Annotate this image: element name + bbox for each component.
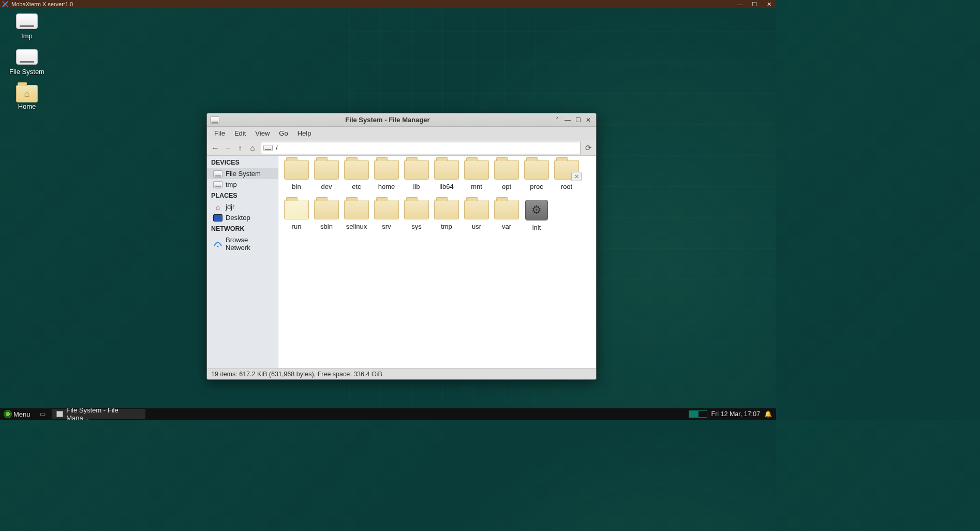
disk-icon xyxy=(213,170,222,178)
status-bar: 19 items: 617.2 KiB (631,968 bytes), Fre… xyxy=(207,368,596,379)
file-item-label: sbin xyxy=(320,223,333,230)
file-item-srv[interactable]: srv xyxy=(372,200,402,231)
file-item-proc[interactable]: proc xyxy=(522,160,552,190)
folder-icon xyxy=(554,160,579,180)
file-item-selinux[interactable]: selinux xyxy=(341,200,372,231)
start-menu-button[interactable]: Menu xyxy=(0,410,35,418)
file-item-etc[interactable]: etc xyxy=(341,160,372,190)
menu-file[interactable]: File xyxy=(210,128,229,138)
show-desktop-button[interactable]: ▭ xyxy=(37,410,49,418)
location-bar[interactable]: / xyxy=(261,142,581,154)
refresh-button[interactable]: ⟳ xyxy=(583,143,594,153)
sidebar-item-label: File System xyxy=(226,170,261,178)
xbar-close-button[interactable]: ✕ xyxy=(762,1,776,8)
nav-forward-button[interactable]: → xyxy=(221,142,234,154)
status-text: 19 items: 617.2 KiB (631,968 bytes), Fre… xyxy=(211,371,382,378)
file-item-sbin[interactable]: sbin xyxy=(311,200,341,231)
file-item-tmp[interactable]: tmp xyxy=(432,200,462,231)
sidebar-item-desktop[interactable]: Desktop xyxy=(207,212,278,223)
sidebar-item-label: Browse Network xyxy=(226,236,274,252)
sidebar-header-network: NETWORK xyxy=(207,223,278,234)
disk-icon xyxy=(263,145,273,151)
file-item-label: selinux xyxy=(346,223,367,230)
menu-edit[interactable]: Edit xyxy=(230,128,250,138)
file-item-usr[interactable]: usr xyxy=(462,200,492,231)
window-shade-button[interactable]: ˄ xyxy=(553,116,562,124)
window-maximize-button[interactable]: ☐ xyxy=(573,116,583,124)
folder-icon xyxy=(284,160,309,180)
file-item-var[interactable]: var xyxy=(492,200,522,231)
window-minimize-button[interactable]: — xyxy=(563,116,572,124)
desktop-icon-label: tmp xyxy=(21,32,33,40)
folder-icon xyxy=(494,200,519,219)
desktop-icon-home[interactable]: Home xyxy=(6,85,48,110)
xbar-minimize-button[interactable]: — xyxy=(733,1,747,7)
menu-help[interactable]: Help xyxy=(293,128,316,138)
file-item-label: sys xyxy=(411,223,422,230)
folder-icon xyxy=(404,200,429,219)
menu-go[interactable]: Go xyxy=(275,128,292,138)
file-manager-icon xyxy=(56,411,64,417)
folder-icon xyxy=(434,200,459,219)
file-item-label: lib xyxy=(413,183,420,190)
folder-icon xyxy=(464,160,489,180)
disk-icon xyxy=(16,13,38,29)
folder-icon xyxy=(284,200,309,219)
file-item-mnt[interactable]: mnt xyxy=(462,160,492,190)
sidebar-item-browse-network[interactable]: Browse Network xyxy=(207,234,278,253)
nav-up-button[interactable]: ↑ xyxy=(234,142,246,154)
window-titlebar[interactable]: File System - File Manager ˄ — ☐ ✕ xyxy=(207,113,596,127)
workspace-switcher[interactable] xyxy=(689,410,707,418)
disk-icon xyxy=(210,116,219,124)
folder-icon xyxy=(374,160,399,180)
sidebar-header-devices: DEVICES xyxy=(207,157,278,168)
desktop-icon-file-system[interactable]: File System xyxy=(6,49,48,76)
gear-icon: ⚙ xyxy=(525,200,548,220)
nav-back-button[interactable]: ← xyxy=(209,142,221,154)
desktop-icon-tmp[interactable]: tmp xyxy=(6,13,48,40)
file-item-root[interactable]: root xyxy=(552,160,582,190)
system-tray: Fri 12 Mar, 17:07 🔔 xyxy=(689,410,777,418)
file-item-opt[interactable]: opt xyxy=(492,160,522,190)
sidebar-item-label: jdjr xyxy=(226,203,234,211)
file-item-label: usr xyxy=(472,223,481,230)
home-folder-icon xyxy=(16,85,38,102)
toolbar: ← → ↑ ⌂ / ⟳ xyxy=(207,140,596,156)
file-item-bin[interactable]: bin xyxy=(281,160,311,190)
file-item-init[interactable]: ⚙init xyxy=(522,200,552,231)
notifications-icon[interactable]: 🔔 xyxy=(764,410,772,418)
start-menu-label: Menu xyxy=(13,410,31,418)
sidebar-item-label: Desktop xyxy=(226,214,250,222)
file-item-lib[interactable]: lib xyxy=(402,160,432,190)
separator xyxy=(36,410,36,418)
disk-icon xyxy=(16,49,38,65)
sidebar-item-label: tmp xyxy=(226,181,237,188)
file-item-run[interactable]: run xyxy=(281,200,311,231)
desktop: tmp File System Home xyxy=(6,13,48,120)
file-item-sys[interactable]: sys xyxy=(402,200,432,231)
file-item-lib64[interactable]: lib64 xyxy=(432,160,462,190)
xbar-maximize-button[interactable]: ☐ xyxy=(747,1,762,8)
file-item-dev[interactable]: dev xyxy=(311,160,341,190)
file-item-label: var xyxy=(502,223,511,230)
folder-icon xyxy=(344,200,369,219)
file-item-label: run xyxy=(292,223,302,230)
sidebar-item-jdjr[interactable]: ⌂ jdjr xyxy=(207,201,278,212)
nav-home-button[interactable]: ⌂ xyxy=(246,142,259,154)
file-grid: bindevetchomeliblib64mntoptprocrootrunsb… xyxy=(278,156,596,368)
file-item-home[interactable]: home xyxy=(372,160,402,190)
network-icon xyxy=(213,240,222,247)
sidebar-item-file-system[interactable]: File System xyxy=(207,168,278,179)
sidebar: DEVICES File System tmp PLACES ⌂ jdjr De… xyxy=(207,156,278,368)
clock[interactable]: Fri 12 Mar, 17:07 xyxy=(711,410,761,418)
folder-icon xyxy=(314,200,339,219)
sidebar-item-tmp[interactable]: tmp xyxy=(207,179,278,190)
menu-view[interactable]: View xyxy=(251,128,274,138)
svg-point-2 xyxy=(217,246,219,247)
folder-icon xyxy=(344,160,369,180)
window-close-button[interactable]: ✕ xyxy=(584,116,593,124)
taskbar-item-file-manager[interactable]: File System - File Mana... xyxy=(52,409,145,419)
menubar: File Edit View Go Help xyxy=(207,127,596,140)
folder-icon xyxy=(494,160,519,180)
file-item-label: bin xyxy=(292,183,301,190)
